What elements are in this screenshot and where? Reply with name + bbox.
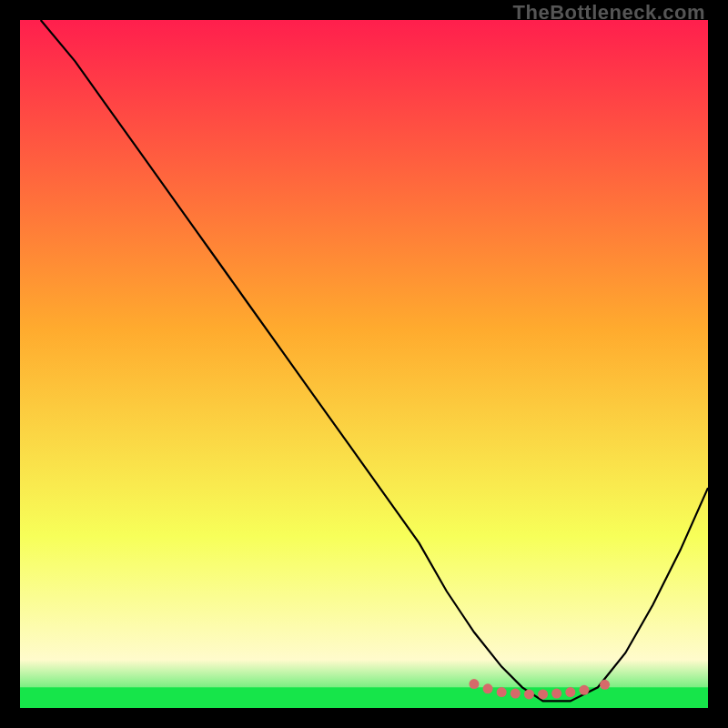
dot — [579, 685, 589, 695]
chart-plot-area — [20, 20, 708, 708]
dot — [565, 687, 575, 697]
dot — [469, 679, 479, 689]
dot — [600, 680, 610, 690]
dot — [524, 689, 534, 699]
dot — [497, 687, 507, 697]
chart-svg — [20, 20, 708, 708]
dot — [483, 683, 493, 693]
dot — [511, 689, 521, 699]
dot — [551, 689, 561, 699]
dot — [538, 689, 548, 699]
gradient-bg — [20, 20, 708, 708]
